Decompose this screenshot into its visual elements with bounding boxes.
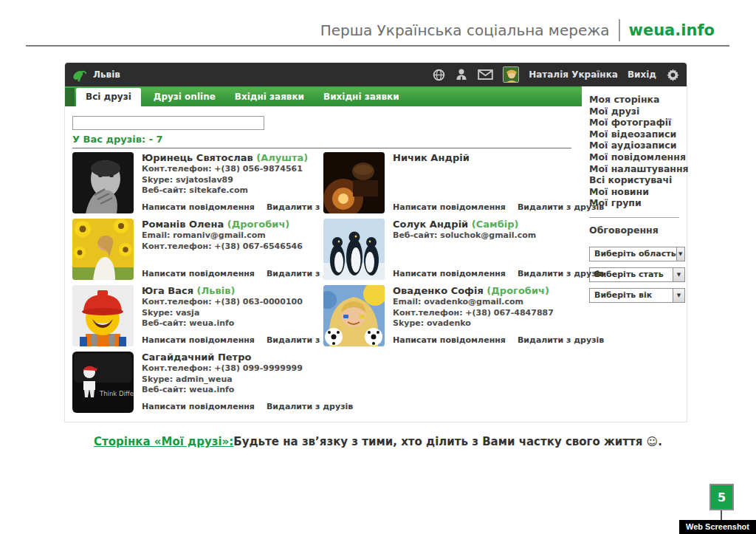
slide-caption: Сторінка «Мої друзі»:Будьте на зв’язку з… — [0, 435, 756, 448]
remove-friend-link[interactable]: Видалити з друзів — [518, 202, 604, 212]
filter-label: Виберіть вік — [590, 290, 673, 300]
logout-link[interactable]: Вихід — [628, 69, 656, 80]
friends-count-label: У Вас друзів: - 7 — [72, 134, 163, 145]
topbar-right: Наталія Українка Вихід — [433, 66, 680, 83]
friend-name[interactable]: Оваденко Софія (Дрогобич) — [393, 285, 573, 296]
friend-details: Email: ovadenko@gmail.comКонт.телефон: +… — [393, 297, 573, 329]
brand-logo: weua.info — [629, 21, 715, 39]
page-number: 5 — [709, 484, 734, 510]
caption-link[interactable]: Сторінка «Мої друзі»: — [94, 435, 233, 448]
sidebar-item-4[interactable]: Мої аудіозаписи — [589, 140, 687, 151]
search-input[interactable] — [72, 116, 264, 130]
friend-detail: Веб-сайт: weua.info — [142, 385, 322, 396]
friend-detail: Skype: ovadenko — [393, 318, 573, 329]
friend-card-body: Сагайдачний Петро Конт.телефон: +(38) 09… — [142, 352, 322, 413]
chevron-down-icon[interactable]: ▼ — [673, 289, 684, 302]
friend-details: Конт.телефон: +(38) 063-0000100Skype: va… — [142, 297, 322, 329]
friend-name[interactable]: Юринець Святослав (Алушта) — [142, 152, 322, 163]
friend-city: (Львів) — [193, 285, 235, 296]
user-name[interactable]: Наталія Українка — [529, 69, 618, 80]
filter-select-2[interactable]: Виберіть вік▼ — [589, 288, 685, 303]
tab-1[interactable]: Друзі online — [144, 88, 225, 106]
remove-friend-link[interactable]: Видалити з друзів — [518, 269, 604, 278]
friend-actions: Написати повідомлення Видалити з друзів — [393, 269, 573, 280]
friend-photo-bw-portrait[interactable] — [72, 152, 134, 213]
send-message-link[interactable]: Написати повідомлення — [142, 402, 255, 411]
sidebar-item-3[interactable]: Мої відеозаписи — [589, 129, 687, 140]
friend-name[interactable]: Романів Олена (Дрогобич) — [142, 219, 322, 230]
sidebar-item-6[interactable]: Мої налаштування — [589, 163, 687, 175]
friend-card: Ничик Андрій Написати повідомлення Видал… — [323, 152, 574, 219]
friend-card: Юга Вася (Львів) Конт.телефон: +(38) 063… — [72, 285, 323, 352]
send-message-link[interactable]: Написати повідомлення — [142, 202, 255, 212]
friend-card: Оваденко Софія (Дрогобич) Email: ovadenk… — [323, 285, 574, 352]
user-avatar[interactable] — [503, 66, 519, 83]
people-icon[interactable] — [455, 69, 468, 81]
friend-detail: Конт.телефон: +(38) 056-9874561 — [142, 164, 322, 175]
caption-text: Будьте на зв’язку з тими, хто ділить з В… — [233, 435, 662, 448]
friend-name[interactable]: Солук Андрій (Самбір) — [393, 219, 573, 230]
send-message-link[interactable]: Написати повідомлення — [393, 335, 506, 345]
site-body: Всі друзіДрузі onlineВхідні заявкиВихідн… — [65, 86, 687, 422]
friend-photo-think-different[interactable]: Think Different — [72, 352, 134, 413]
friend-details: Конт.телефон: +(38) 099-9999999Skype: ad… — [142, 363, 322, 396]
friend-photo-lego[interactable] — [72, 285, 134, 346]
sidebar-item-7[interactable]: Всі користувачі — [589, 174, 687, 186]
filter-select-0[interactable]: Виберіть область▼ — [589, 247, 685, 261]
friend-photo-penguins[interactable] — [323, 219, 385, 280]
chevron-down-icon[interactable]: ▼ — [673, 268, 684, 281]
send-message-link[interactable]: Написати повідомлення — [142, 335, 255, 345]
chevron-down-icon[interactable]: ▼ — [676, 247, 684, 261]
friend-photo-fan-girl[interactable] — [323, 285, 385, 346]
friend-actions: Написати повідомлення Видалити з друзів — [393, 202, 573, 213]
remove-friend-link[interactable]: Видалити з друзів — [518, 335, 604, 345]
friend-detail: Конт.телефон: +(38) 099-9999999 — [142, 363, 322, 374]
topbar-left: Львів — [72, 67, 120, 82]
send-message-link[interactable]: Написати повідомлення — [393, 202, 506, 212]
remove-friend-link[interactable]: Видалити з друзів — [267, 402, 353, 411]
friend-photo-sunflowers[interactable] — [72, 219, 134, 280]
globe-icon[interactable] — [433, 69, 445, 81]
send-message-link[interactable]: Написати повідомлення — [142, 269, 255, 278]
friend-detail: Веб-сайт: sitekafe.com — [142, 185, 322, 196]
sidebar-item-1[interactable]: Мої друзі — [589, 106, 687, 117]
friend-card: Солук Андрій (Самбір) Веб-сайт: soluchok… — [323, 219, 574, 285]
tab-0-active[interactable]: Всі друзі — [76, 88, 141, 106]
sidebar-item-5[interactable]: Мої повідомлення — [589, 151, 687, 163]
friend-name[interactable]: Сагайдачний Петро — [142, 352, 322, 363]
friend-detail: Веб-сайт: weua.info — [142, 318, 322, 329]
sidebar-item-2[interactable]: Мої фотографії — [589, 117, 687, 129]
header-rule — [26, 45, 729, 47]
friend-actions: Написати повідомлення Видалити з друзів — [393, 335, 573, 346]
friend-actions: Написати повідомлення Видалити з друзів — [142, 269, 322, 280]
gear-icon[interactable] — [666, 68, 680, 82]
friend-card-body: Солук Андрій (Самбір) Веб-сайт: soluchok… — [393, 219, 573, 280]
sidebar-item-0[interactable]: Моя сторінка — [589, 94, 687, 106]
sidebar-item-8[interactable]: Мої новини — [589, 186, 687, 198]
mail-icon[interactable] — [478, 69, 493, 80]
content-area: Всі друзіДрузі onlineВхідні заявкиВихідн… — [65, 86, 582, 422]
friend-name[interactable]: Ничик Андрій — [393, 152, 573, 163]
send-message-link[interactable]: Написати повідомлення — [393, 269, 506, 278]
tab-3[interactable]: Вихідні заявки — [314, 88, 409, 106]
sidebar: Моя сторінкаМої друзіМої фотографіїМої в… — [582, 86, 687, 422]
friend-actions: Написати повідомлення Видалити з друзів — [142, 202, 322, 213]
sidebar-item-discussion[interactable]: Обговорення — [589, 225, 687, 236]
friend-name[interactable]: Юга Вася (Львів) — [142, 285, 322, 296]
friend-photo-dark-candle[interactable] — [323, 152, 385, 213]
friend-actions: Написати повідомлення Видалити з друзів — [142, 402, 322, 413]
tab-2[interactable]: Вхідні заявки — [225, 88, 314, 106]
friend-detail: Конт.телефон: +(38) 063-0000100 — [142, 297, 322, 308]
friend-detail: Email: ovadenko@gmail.com — [393, 297, 573, 308]
friend-detail: Конт.телефон: +(38) 067-6546546 — [142, 242, 322, 253]
title-divider — [619, 19, 620, 41]
sidebar-divider — [589, 217, 679, 218]
count-divider — [72, 148, 571, 148]
friend-city: (Дрогобич) — [484, 285, 549, 296]
friend-detail: Email: romaniv@gmail.com — [142, 230, 322, 242]
friend-detail: Skype: svjatoslav89 — [142, 175, 322, 186]
city-label[interactable]: Львів — [93, 69, 120, 80]
satellite-icon — [72, 67, 88, 82]
tab-bar: Всі друзіДрузі onlineВхідні заявкиВихідн… — [65, 86, 582, 106]
friend-detail: Конт.телефон: +(38) 067-4847887 — [393, 308, 573, 319]
